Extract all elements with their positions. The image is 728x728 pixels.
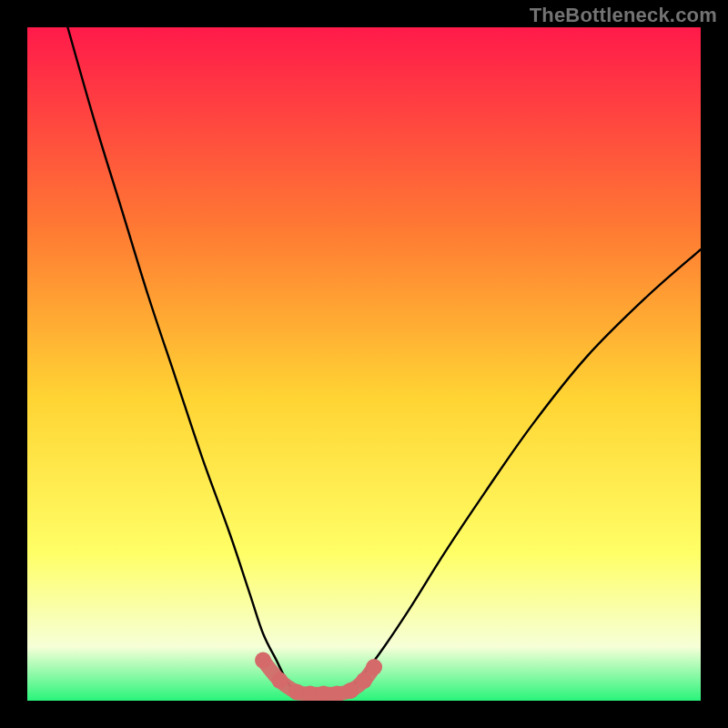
plot-background xyxy=(27,27,701,701)
valley-marker xyxy=(366,659,382,675)
valley-marker xyxy=(342,682,359,699)
chart-svg xyxy=(27,27,701,701)
chart-frame: TheBottleneck.com xyxy=(0,0,728,728)
watermark-text: TheBottleneck.com xyxy=(530,4,717,27)
valley-marker xyxy=(356,672,372,689)
valley-marker xyxy=(255,652,271,669)
bottleneck-curve-plot xyxy=(27,27,701,701)
valley-marker xyxy=(272,672,288,689)
